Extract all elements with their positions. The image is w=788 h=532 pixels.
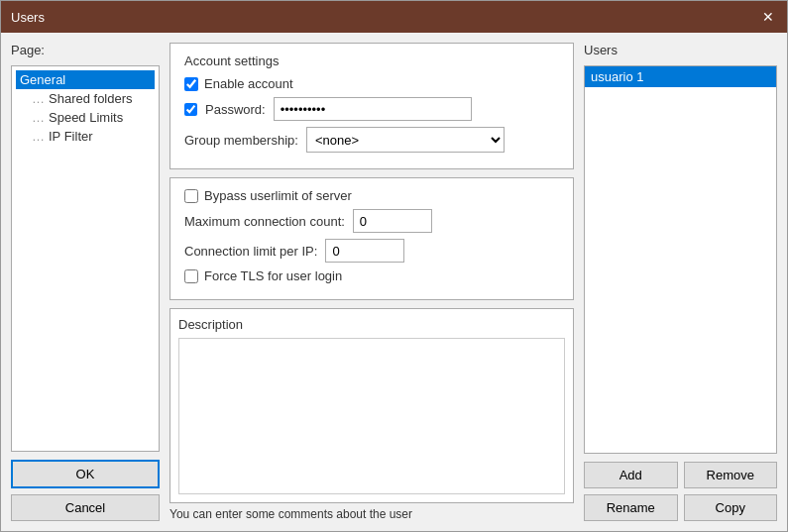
description-textarea[interactable] — [178, 338, 565, 494]
description-hint: You can enter some comments about the us… — [169, 507, 574, 521]
close-button[interactable]: ✕ — [759, 8, 777, 26]
center-panel: Account settings Enable account Password… — [169, 43, 574, 521]
left-buttons: OK Cancel — [11, 460, 160, 521]
enable-account-label: Enable account — [204, 76, 293, 91]
group-membership-label: Group membership: — [184, 133, 298, 148]
description-title: Description — [178, 317, 565, 332]
bypass-row: Bypass userlimit of server — [184, 188, 559, 203]
tree-connector: … — [32, 110, 45, 125]
group-membership-select[interactable]: <none> — [306, 127, 505, 153]
nav-item-speed-limits[interactable]: …Speed Limits — [16, 108, 155, 127]
max-conn-input[interactable] — [353, 209, 432, 233]
conn-limit-label: Connection limit per IP: — [184, 244, 317, 259]
nav-item-shared-folders[interactable]: …Shared folders — [16, 89, 155, 108]
dialog-body: Page: General …Shared folders …Speed Lim… — [1, 33, 787, 531]
users-label: Users — [584, 43, 777, 57]
group-membership-row: Group membership: <none> — [184, 127, 559, 153]
max-conn-label: Maximum connection count: — [184, 214, 345, 229]
password-row: Password: — [184, 97, 559, 121]
copy-button[interactable]: Copy — [684, 494, 778, 521]
force-tls-label: Force TLS for user login — [204, 268, 342, 283]
user-item[interactable]: usuario 1 — [585, 66, 776, 87]
tree-connector: … — [32, 129, 45, 144]
ok-button[interactable]: OK — [11, 460, 160, 488]
server-settings-section: Bypass userlimit of server Maximum conne… — [169, 177, 574, 300]
page-label: Page: — [11, 43, 160, 57]
add-button[interactable]: Add — [584, 462, 678, 488]
nav-item-general[interactable]: General — [16, 70, 155, 89]
rename-button[interactable]: Rename — [584, 494, 678, 521]
conn-limit-input[interactable] — [325, 239, 404, 263]
nav-item-ip-filter[interactable]: …IP Filter — [16, 127, 155, 146]
description-section: Description You can enter some comments … — [169, 308, 574, 521]
right-panel: Users usuario 1 Add Remove Rename Copy — [584, 43, 777, 521]
remove-button[interactable]: Remove — [684, 462, 778, 488]
bypass-checkbox[interactable] — [184, 189, 198, 203]
enable-account-row: Enable account — [184, 76, 559, 91]
conn-limit-row: Connection limit per IP: — [184, 239, 559, 263]
left-panel: Page: General …Shared folders …Speed Lim… — [11, 43, 160, 521]
password-label: Password: — [205, 102, 266, 117]
description-box: Description — [169, 308, 574, 503]
enable-account-checkbox[interactable] — [184, 77, 198, 91]
account-settings-title: Account settings — [184, 53, 559, 68]
users-dialog: Users ✕ Page: General …Shared folders …S… — [0, 0, 788, 532]
tree-connector: … — [32, 91, 45, 106]
password-input[interactable] — [274, 97, 472, 121]
account-settings-section: Account settings Enable account Password… — [169, 43, 574, 169]
users-list: usuario 1 — [584, 65, 777, 454]
title-bar: Users ✕ — [1, 1, 787, 33]
force-tls-row: Force TLS for user login — [184, 268, 559, 283]
nav-tree: General …Shared folders …Speed Limits …I… — [11, 65, 160, 452]
right-buttons: Add Remove Rename Copy — [584, 462, 777, 521]
bypass-label: Bypass userlimit of server — [204, 188, 352, 203]
dialog-title: Users — [11, 10, 45, 25]
cancel-button[interactable]: Cancel — [11, 494, 160, 521]
password-checkbox[interactable] — [184, 103, 197, 116]
max-conn-row: Maximum connection count: — [184, 209, 559, 233]
force-tls-checkbox[interactable] — [184, 269, 198, 283]
